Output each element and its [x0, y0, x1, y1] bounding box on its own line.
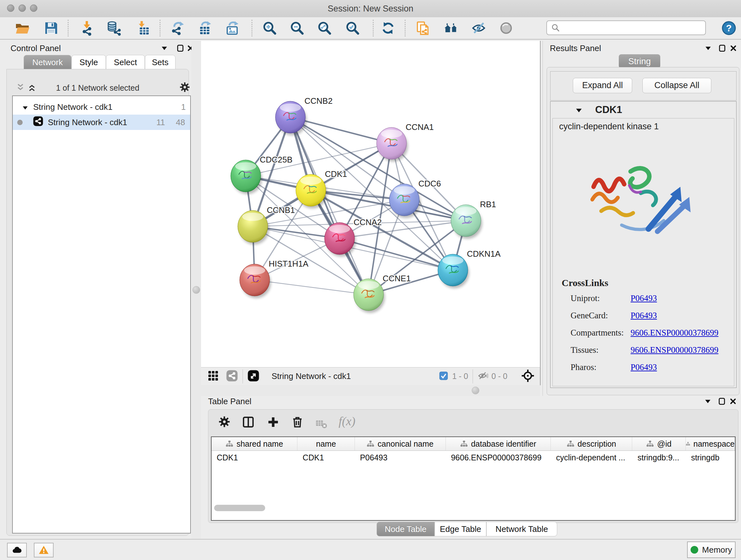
- show-all-icon[interactable]: [498, 20, 515, 37]
- results-panel-close-icon[interactable]: [730, 45, 737, 53]
- tab-edge-table[interactable]: Edge Table: [434, 522, 486, 537]
- shared-column-icon: [646, 440, 654, 447]
- protein-structure-image[interactable]: [585, 147, 703, 254]
- column-header--id[interactable]: @id: [632, 437, 686, 450]
- network-collection-row[interactable]: String Network - cdk1 1: [13, 99, 190, 115]
- table-settings-gear-icon[interactable]: [218, 415, 231, 429]
- collection-expand-icon[interactable]: [22, 102, 28, 112]
- vertical-splitter[interactable]: [192, 41, 201, 539]
- export-network-icon[interactable]: [169, 20, 186, 37]
- cloud-status-button[interactable]: [7, 543, 27, 557]
- tab-string[interactable]: String: [619, 54, 660, 68]
- search-input[interactable]: [560, 23, 696, 33]
- toolbar-separator: [252, 20, 253, 37]
- network-node-CCNA1[interactable]: CCNA1: [377, 122, 434, 162]
- crosslink-uniprot-link[interactable]: P06493: [630, 294, 657, 303]
- table-cell[interactable]: P06493: [355, 451, 446, 464]
- import-table-file-icon[interactable]: [135, 20, 151, 37]
- network-node-CDK1[interactable]: CDK1: [296, 169, 347, 208]
- delete-column-icon[interactable]: [291, 415, 304, 430]
- zoom-out-icon[interactable]: [288, 20, 305, 37]
- save-session-icon[interactable]: [43, 20, 59, 37]
- help-icon[interactable]: ?: [721, 20, 737, 37]
- table-horizontal-scrollbar[interactable]: [214, 505, 265, 511]
- network-node-HIST1H1A[interactable]: HIST1H1A: [240, 259, 309, 298]
- table-cell[interactable]: 9606.ENSP00000378699: [446, 451, 551, 464]
- open-session-icon[interactable]: [14, 20, 30, 37]
- import-network-database-icon[interactable]: [106, 20, 122, 37]
- splitter-handle[interactable]: [192, 286, 200, 294]
- tab-style[interactable]: Style: [71, 55, 106, 70]
- network-node-CDKN1A[interactable]: CDKN1A: [438, 249, 501, 288]
- column-header-name[interactable]: name: [297, 437, 355, 450]
- crosslink-compartments-link[interactable]: 9606.ENSP00000378699: [630, 328, 718, 338]
- tab-node-table[interactable]: Node Table: [377, 522, 434, 537]
- column-header-description[interactable]: description: [551, 437, 632, 450]
- hidden-counts: 0 - 0: [491, 372, 508, 381]
- detach-view-icon[interactable]: [247, 370, 259, 383]
- network-options-gear-icon[interactable]: [179, 81, 191, 94]
- memory-button[interactable]: Memory: [687, 542, 736, 558]
- results-panel-collapse-icon[interactable]: [705, 46, 711, 52]
- table-cell[interactable]: stringdb: [686, 451, 735, 464]
- table-cell[interactable]: stringdb:9...: [632, 451, 686, 464]
- warning-status-button[interactable]: [34, 543, 54, 557]
- node-label-CCNB2: CCNB2: [305, 96, 333, 106]
- export-table-icon[interactable]: [196, 20, 213, 37]
- control-panel-float-icon[interactable]: [177, 44, 184, 54]
- table-cell[interactable]: CDK1: [297, 451, 355, 464]
- column-header-database-identifier[interactable]: database identifier: [446, 437, 551, 450]
- string-results-container: Expand All Collapse All CDK1 cyclin-depe…: [547, 67, 739, 395]
- splitter-handle[interactable]: [472, 387, 479, 394]
- hidden-eye-icon[interactable]: [477, 370, 488, 382]
- first-neighbors-icon[interactable]: [443, 20, 460, 37]
- results-panel-float-icon[interactable]: [718, 44, 726, 54]
- result-description: cyclin-dependent kinase 1: [559, 122, 659, 132]
- zoom-fit-icon[interactable]: [316, 20, 333, 37]
- network-view-canvas[interactable]: CCNB2 CCNA1 CDC25B CDK1 CDC6: [201, 41, 541, 367]
- search-field[interactable]: [546, 20, 706, 35]
- column-header-canonical-name[interactable]: canonical name: [355, 437, 446, 450]
- node-label-HIST1H1A: HIST1H1A: [269, 259, 309, 268]
- manage-columns-icon[interactable]: [242, 415, 255, 430]
- network-edge-HIST1H1A-CCNE1[interactable]: [255, 280, 368, 295]
- network-node-CDC6[interactable]: CDC6: [389, 179, 441, 218]
- column-header-namespace[interactable]: namespace: [686, 437, 735, 450]
- table-cell[interactable]: cyclin-dependent ...: [551, 451, 632, 464]
- import-network-file-icon[interactable]: [78, 20, 95, 37]
- table-panel-close-icon[interactable]: [730, 398, 737, 406]
- network-node-CCNB1[interactable]: CCNB1: [238, 205, 295, 245]
- table-panel-collapse-icon[interactable]: [704, 399, 711, 405]
- horizontal-splitter[interactable]: [201, 385, 540, 396]
- result-collapse-icon[interactable]: [576, 108, 583, 114]
- tab-network[interactable]: Network: [23, 55, 71, 70]
- expand-all-button[interactable]: Expand All: [573, 78, 632, 93]
- tab-sets[interactable]: Sets: [145, 55, 176, 70]
- share-view-icon[interactable]: [226, 370, 238, 383]
- crosshair-icon[interactable]: [522, 369, 534, 383]
- refresh-layout-icon[interactable]: [380, 20, 396, 37]
- crosslink-genecard-link[interactable]: P06493: [630, 311, 657, 320]
- network-node-RB1[interactable]: RB1: [451, 199, 496, 239]
- network-row-selected[interactable]: String Network - cdk1 11 48: [13, 115, 190, 130]
- table-cell[interactable]: CDK1: [212, 451, 297, 464]
- network-node-CDC25B[interactable]: CDC25B: [231, 155, 293, 194]
- crosslink-tissues-link[interactable]: 9606.ENSP00000378699: [630, 345, 718, 355]
- export-image-icon[interactable]: [224, 20, 240, 37]
- add-column-icon[interactable]: [266, 415, 280, 430]
- collapse-all-button[interactable]: Collapse All: [643, 78, 711, 93]
- selected-checkbox-icon[interactable]: [439, 371, 448, 382]
- zoom-selected-icon[interactable]: [344, 20, 360, 37]
- hide-selection-icon[interactable]: [470, 20, 487, 37]
- column-header-shared-name[interactable]: shared name: [212, 437, 297, 450]
- control-panel-collapse-icon[interactable]: [161, 46, 167, 52]
- crosslinks-title: CrossLinks: [562, 277, 608, 288]
- copy-style-icon[interactable]: [414, 20, 431, 37]
- birdseye-grid-icon[interactable]: [207, 370, 219, 383]
- table-row[interactable]: CDK1CDK1P064939606.ENSP00000378699cyclin…: [212, 451, 735, 464]
- tab-network-table[interactable]: Network Table: [486, 522, 557, 537]
- crosslink-pharos-link[interactable]: P06493: [630, 362, 657, 372]
- zoom-in-icon[interactable]: [261, 20, 278, 37]
- tab-select[interactable]: Select: [106, 55, 145, 70]
- table-panel-float-icon[interactable]: [718, 397, 726, 407]
